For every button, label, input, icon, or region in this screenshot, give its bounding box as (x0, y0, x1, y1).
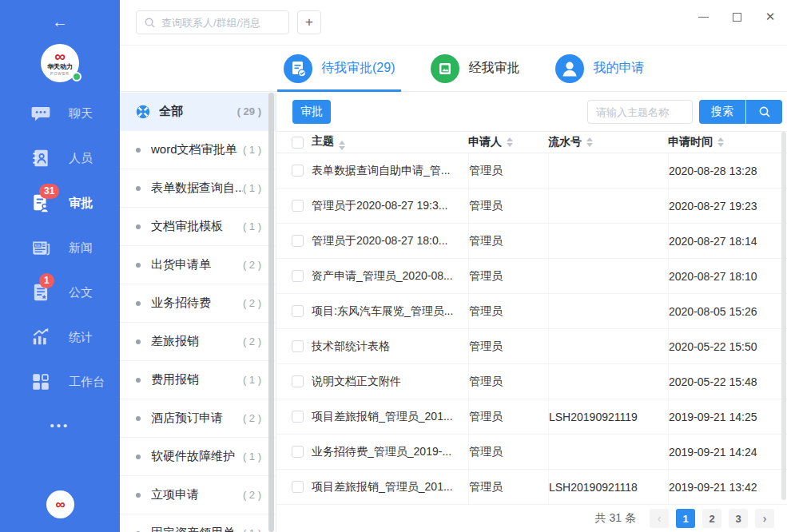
table-row[interactable]: 技术部统计表格 管理员 2020-05-22 15:50 (276, 329, 787, 364)
all-categories-icon (136, 105, 150, 119)
row-checkbox[interactable] (292, 481, 304, 493)
category-label: 立项申请 (151, 487, 199, 502)
cell-subject[interactable]: 项目差旅报销_管理员_201... (312, 480, 468, 494)
row-checkbox[interactable] (292, 305, 304, 317)
cell-subject[interactable]: 表单数据查询自助申请_管... (312, 164, 468, 178)
maximize-icon[interactable] (720, 0, 753, 34)
category-item[interactable]: 业务招待费 ( 2 ) (120, 284, 276, 323)
sidebar-item-news[interactable]: NEW 新闻 (0, 225, 120, 270)
cell-subject[interactable]: 技术部统计表格 (312, 339, 468, 354)
cell-subject[interactable]: 管理员于2020-08-27 18:0... (312, 234, 468, 248)
sort-icon[interactable] (586, 137, 593, 147)
category-item[interactable]: 差旅报销 ( 2 ) (120, 323, 276, 361)
bullet-icon (136, 378, 141, 383)
sidebar-item-official-doc[interactable]: 1 公文 (0, 270, 120, 315)
cell-subject[interactable]: 管理员于2020-08-27 19:3... (312, 199, 468, 213)
header-applicant[interactable]: 申请人 (468, 132, 548, 153)
bullet-icon (136, 186, 141, 191)
chat-icon (30, 103, 51, 124)
table-row[interactable]: 项目差旅报销_管理员_201... 管理员 LSH20190921118 201… (276, 470, 787, 505)
sort-icon[interactable] (507, 137, 513, 147)
tab-pending-approval[interactable]: 待我审批(29) (284, 46, 395, 92)
cell-subject[interactable]: 资产申请_管理员_2020-08... (312, 269, 468, 284)
topic-search-input[interactable] (587, 100, 693, 124)
table-row[interactable]: 表单数据查询自助申请_管... 管理员 2020-08-28 13:28 (276, 153, 787, 189)
sort-icon[interactable] (717, 137, 724, 147)
table-header: 主题 申请人 流水号 申请时间 (276, 131, 787, 153)
category-count: ( 2 ) (243, 412, 261, 424)
sidebar-item-workbench[interactable]: 工作台 (0, 359, 120, 404)
category-item[interactable]: 固定资产领用单 ( 1 ) (120, 514, 276, 532)
row-checkbox[interactable] (292, 270, 304, 282)
sidebar-item-approval[interactable]: 31 审批 (0, 181, 120, 225)
user-avatar[interactable]: ∞ 华天动力 POWER (41, 44, 79, 82)
more-icon[interactable]: ••• (0, 419, 120, 432)
header-apply-time[interactable]: 申请时间 (668, 132, 787, 153)
approval-icon: 31 (30, 193, 51, 213)
select-all-checkbox[interactable] (292, 137, 304, 149)
table-row[interactable]: 说明文档正文附件 管理员 2020-05-22 15:48 (276, 364, 787, 399)
category-item[interactable]: 表单数据查询自... ( 1 ) (120, 169, 276, 208)
table-row[interactable]: 项目差旅报销_管理员_201... 管理员 LSH20190921119 201… (276, 399, 787, 435)
cell-apply-time: 2019-09-21 14:24 (669, 446, 757, 459)
table-row[interactable]: 管理员于2020-08-27 18:0... 管理员 2020-08-27 18… (276, 224, 787, 259)
sidebar-item-people[interactable]: 人员 (0, 136, 120, 181)
category-item[interactable]: 立项申请 ( 2 ) (120, 476, 276, 514)
topic-search-group: 搜索 (587, 100, 782, 124)
cell-applicant: 管理员 (469, 199, 503, 213)
row-checkbox[interactable] (292, 165, 304, 177)
category-item[interactable]: 酒店预订申请 ( 2 ) (120, 399, 276, 438)
category-label: 全部 (159, 104, 183, 119)
app-logo-icon[interactable]: ∞ (46, 490, 74, 518)
approve-button[interactable]: 审批 (292, 100, 331, 124)
tab-approved-by-me[interactable]: 经我审批 (431, 46, 519, 92)
page-button[interactable]: 3 (729, 509, 748, 528)
cell-subject[interactable]: 说明文档正文附件 (312, 375, 468, 389)
page-button[interactable]: 1 (676, 509, 695, 528)
row-checkbox[interactable] (292, 200, 304, 212)
table-scrollbar[interactable] (781, 132, 786, 500)
contact-search-input[interactable] (161, 17, 273, 29)
header-serial[interactable]: 流水号 (548, 132, 668, 153)
tab-label: 我的申请 (593, 60, 644, 77)
table-row[interactable]: 业务招待费_管理员_2019-... 管理员 2019-09-21 14:24 (276, 435, 787, 470)
advanced-search-button[interactable] (745, 100, 782, 124)
category-item[interactable]: 文档审批模板 ( 1 ) (120, 208, 276, 246)
cell-subject[interactable]: 项目差旅报销_管理员_201... (312, 410, 468, 424)
prev-page-icon[interactable]: ‹ (650, 509, 669, 528)
table-row[interactable]: 项目:东风汽车展览_管理员... 管理员 2020-08-05 15:26 (276, 294, 787, 329)
category-item-all[interactable]: 全部 ( 29 ) (120, 93, 276, 131)
table-row[interactable]: 资产申请_管理员_2020-08... 管理员 2020-08-27 18:10 (276, 259, 787, 294)
cell-applicant: 管理员 (469, 269, 503, 284)
row-checkbox[interactable] (292, 375, 304, 387)
category-count: ( 29 ) (237, 105, 261, 117)
back-arrow-icon[interactable]: ← (0, 13, 120, 31)
row-checkbox[interactable] (292, 411, 304, 423)
sort-icon[interactable] (339, 141, 345, 150)
cell-subject[interactable]: 项目:东风汽车展览_管理员... (312, 304, 468, 319)
minimize-icon[interactable] (686, 0, 720, 34)
sidebar-item-stats[interactable]: 统计 (0, 315, 120, 359)
category-item[interactable]: 软硬件故障维护 ( 1 ) (120, 438, 276, 476)
next-page-icon[interactable]: › (755, 509, 774, 528)
sidebar-item-chat[interactable]: 聊天 (0, 91, 120, 136)
search-button[interactable]: 搜索 (699, 100, 745, 124)
tab-my-application[interactable]: 我的申请 (555, 46, 644, 92)
category-item[interactable]: 出货申请单 ( 2 ) (120, 246, 276, 284)
contact-search[interactable] (136, 10, 289, 34)
page-button[interactable]: 2 (702, 509, 721, 528)
bullet-icon (136, 455, 141, 459)
category-item[interactable]: word文档审批单 ( 1 ) (120, 131, 276, 169)
category-scrollbar[interactable] (268, 93, 274, 532)
table-toolbar: 审批 搜索 (276, 93, 787, 131)
category-item[interactable]: 费用报销 ( 1 ) (120, 361, 276, 399)
add-button[interactable]: + (297, 10, 321, 34)
row-checkbox[interactable] (292, 235, 304, 247)
row-checkbox[interactable] (292, 340, 304, 352)
close-icon[interactable]: ✕ (753, 0, 787, 34)
table-panel: 审批 搜索 主题 申请人 流水号 申请时间 (276, 93, 787, 532)
header-subject[interactable]: 主题 (312, 134, 468, 150)
table-row[interactable]: 管理员于2020-08-27 19:3... 管理员 2020-08-27 19… (276, 189, 787, 224)
row-checkbox[interactable] (292, 446, 304, 458)
cell-subject[interactable]: 业务招待费_管理员_2019-... (312, 445, 468, 459)
